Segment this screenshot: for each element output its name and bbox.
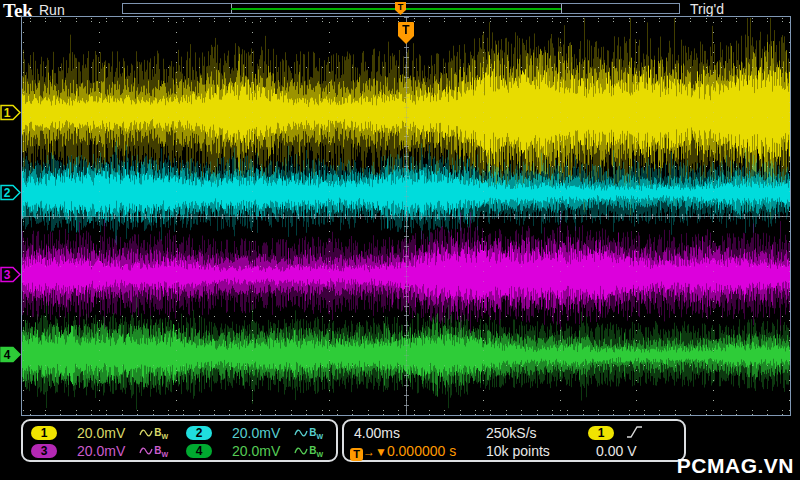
channel-2-badge[interactable]: 2 (186, 426, 212, 440)
watermark: PCMAG.VN (677, 454, 794, 478)
channel-2-readout[interactable]: 2 20.0mV BW (186, 424, 323, 442)
ac-coupling-icon (139, 427, 153, 439)
svg-text:4: 4 (4, 348, 11, 362)
channel-4-scale: 20.0mV (232, 443, 280, 459)
channel-1-coupling-icons: BW (139, 427, 168, 440)
svg-text:T: T (402, 23, 410, 37)
svg-text:3: 3 (4, 268, 11, 282)
bandwidth-limit-icon: BW (154, 427, 168, 440)
channel-4-position-marker[interactable]: 4 (0, 346, 22, 363)
trigger-slope-rising-icon (626, 425, 643, 439)
channel-2-scale: 20.0mV (232, 425, 280, 441)
channel-3-scale: 20.0mV (77, 443, 125, 459)
acq-window-right-bracket (561, 4, 562, 13)
ac-coupling-icon (294, 445, 308, 457)
channel-1-readout[interactable]: 1 20.0mV BW (31, 424, 168, 442)
ac-coupling-icon (294, 427, 308, 439)
channel-readout-box: 1 20.0mV BW 2 20.0mV BW 3 20.0mV BW 4 20… (21, 419, 338, 462)
channel-4-badge[interactable]: 4 (186, 444, 212, 458)
bandwidth-limit-icon: BW (309, 445, 323, 458)
bandwidth-limit-icon: BW (154, 445, 168, 458)
trigger-status: Trig'd (690, 1, 724, 17)
channel-4-coupling-icons: BW (294, 445, 323, 458)
waveform-display-area (21, 16, 791, 416)
ac-coupling-icon (139, 445, 153, 457)
trigger-position-readout[interactable]: T→▼0.000000 s (350, 443, 456, 461)
channel-3-coupling-icons: BW (139, 445, 168, 458)
trigger-source-badge[interactable]: 1 (588, 426, 614, 440)
svg-text:1: 1 (4, 106, 11, 120)
channel-2-position-marker[interactable]: 2 (0, 184, 22, 201)
horizontal-trigger-readout-box: 4.00ms 250kS/s 1 T→▼0.000000 s 10k point… (342, 419, 686, 462)
channel-1-scale: 20.0mV (77, 425, 125, 441)
svg-text:2: 2 (4, 186, 11, 200)
channel-3-readout[interactable]: 3 20.0mV BW (31, 442, 168, 460)
horizontal-scale[interactable]: 4.00ms (354, 425, 400, 441)
channel-3-position-marker[interactable]: 3 (0, 266, 22, 283)
channel-4-readout[interactable]: 4 20.0mV BW (186, 442, 323, 460)
trigger-position-bar-marker-icon[interactable]: T (394, 1, 407, 14)
bandwidth-limit-icon: BW (309, 427, 323, 440)
record-length: 10k points (486, 443, 550, 459)
arrow-down-icon: ▼ (375, 445, 387, 459)
trigger-position-marker-icon[interactable]: T (396, 21, 416, 46)
channel-3-badge[interactable]: 3 (31, 444, 57, 458)
svg-text:T: T (398, 2, 404, 12)
trigger-level[interactable]: 0.00 V (596, 443, 636, 459)
channel-1-position-marker[interactable]: 1 (0, 104, 22, 121)
sample-rate: 250kS/s (486, 425, 537, 441)
channel-2-coupling-icons: BW (294, 427, 323, 440)
arrow-right-icon: → (363, 445, 375, 459)
waveform-canvas (22, 17, 790, 415)
trigger-source-group[interactable]: 1 (588, 424, 643, 440)
trigger-t-icon: T (350, 448, 363, 461)
trigger-position-value: 0.000000 s (387, 443, 456, 459)
channel-1-badge[interactable]: 1 (31, 426, 57, 440)
